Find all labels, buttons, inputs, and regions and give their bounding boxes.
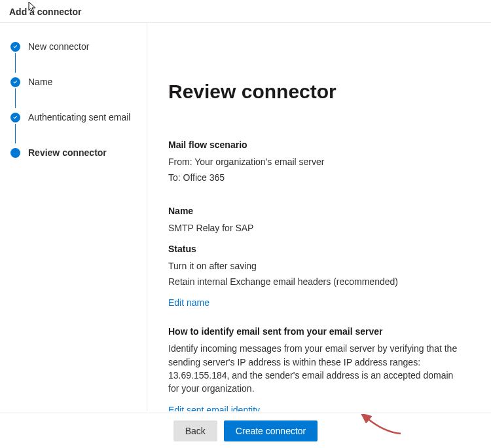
identify-heading: How to identify email sent from your ema… bbox=[168, 326, 462, 337]
check-icon bbox=[10, 42, 20, 52]
footer-actions: Back Create connector bbox=[0, 413, 491, 448]
page-title: Review connector bbox=[168, 81, 462, 103]
name-value: SMTP Relay for SAP bbox=[168, 221, 462, 234]
wizard-steps: New connector Name Authenticating sent e… bbox=[0, 23, 147, 411]
step-review[interactable]: Review connector bbox=[10, 145, 139, 160]
scenario-to: To: Office 365 bbox=[168, 171, 462, 184]
scenario-from: From: Your organization's email server bbox=[168, 155, 462, 168]
status-line1: Turn it on after saving bbox=[168, 259, 462, 272]
edit-identity-link[interactable]: Edit sent email identity bbox=[168, 405, 260, 411]
identify-body: Identify incoming messages from your ema… bbox=[168, 342, 462, 395]
step-name[interactable]: Name bbox=[10, 74, 139, 90]
name-heading: Name bbox=[168, 206, 462, 216]
panel-header: Add a connector bbox=[0, 0, 491, 23]
current-step-icon bbox=[10, 148, 20, 158]
create-connector-button[interactable]: Create connector bbox=[224, 420, 318, 441]
back-button[interactable]: Back bbox=[173, 420, 217, 441]
check-icon bbox=[10, 113, 20, 122]
step-new-connector[interactable]: New connector bbox=[10, 39, 139, 54]
step-authenticating[interactable]: Authenticating sent email bbox=[10, 109, 139, 125]
step-label: New connector bbox=[28, 41, 89, 52]
step-label: Review connector bbox=[28, 147, 107, 158]
check-icon bbox=[10, 77, 20, 87]
status-heading: Status bbox=[168, 244, 462, 254]
step-label: Name bbox=[28, 77, 52, 87]
content-area: Review connector Mail flow scenario From… bbox=[147, 23, 491, 411]
scenario-heading: Mail flow scenario bbox=[168, 140, 462, 150]
status-line2: Retain internal Exchange email headers (… bbox=[168, 275, 462, 288]
edit-name-link[interactable]: Edit name bbox=[168, 297, 209, 308]
panel-title: Add a connector bbox=[9, 7, 81, 17]
step-label: Authenticating sent email bbox=[28, 112, 130, 122]
